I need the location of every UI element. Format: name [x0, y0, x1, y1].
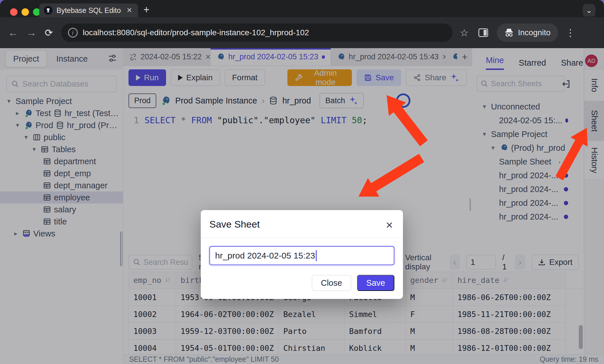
tree-project-node[interactable]: Sample Project — [0, 95, 123, 107]
rail-tab-sheet[interactable]: Sheet — [584, 101, 604, 141]
import-sheet-icon[interactable] — [561, 79, 571, 90]
sheet-group-prod-hr-prod[interactable]: (Prod) hr_prod — [472, 141, 584, 155]
admin-mode-button[interactable]: Admin mode — [287, 69, 352, 86]
address-bar[interactable]: i localhost:8080/sql-editor/prod-sample-… — [61, 24, 453, 42]
database-search-input[interactable] — [22, 79, 112, 89]
explain-button[interactable]: Explain — [171, 69, 220, 86]
export-button[interactable]: Export — [531, 255, 579, 270]
caret-right-icon[interactable] — [12, 230, 20, 237]
modal-save-button[interactable]: Save — [357, 275, 394, 291]
sheet-item[interactable]: hr_prod 2024-... — [472, 196, 584, 210]
tree-table-salary[interactable]: salary — [0, 203, 123, 216]
caret-down-icon[interactable] — [481, 103, 488, 110]
prev-page-button[interactable]: ‹ — [450, 255, 460, 270]
close-window-button[interactable] — [10, 8, 17, 16]
caret-down-icon[interactable] — [5, 97, 13, 105]
tab-project[interactable]: Project — [6, 51, 46, 67]
caret-down-icon[interactable] — [14, 122, 21, 129]
tree-table-dept-manager[interactable]: dept_manager — [0, 179, 123, 191]
rail-tab-info[interactable]: Info — [584, 69, 604, 101]
sheet-tab-2-active[interactable]: hr_prod 2024-02-05 15:23 — [211, 48, 331, 66]
panel-resize-handle[interactable] — [469, 198, 471, 211]
page-total: / 1 — [502, 253, 508, 271]
caret-down-icon[interactable] — [481, 130, 488, 138]
tree-table-title[interactable]: title — [0, 216, 123, 228]
side-panel-icon[interactable] — [478, 28, 488, 37]
table-row[interactable]: 100021964-06-02T00:00:00ZBezalelSimmelF1… — [129, 306, 584, 323]
column-header[interactable]: hire_date — [453, 272, 566, 289]
instance-name[interactable]: Prod Sample Instance — [175, 96, 257, 105]
results-search-input[interactable] — [143, 258, 188, 267]
caret-down-icon[interactable] — [489, 144, 497, 152]
minimize-window-button[interactable] — [22, 8, 29, 16]
sheet-group-sample-project[interactable]: Sample Project — [472, 127, 584, 141]
column-header[interactable]: emp_no — [129, 272, 176, 289]
sheet-item[interactable]: hr_prod 2024-... — [472, 210, 584, 224]
close-tab-icon[interactable]: ✕ — [442, 53, 446, 61]
tree-table-department[interactable]: department — [0, 155, 123, 167]
database-search[interactable] — [6, 76, 117, 92]
tab-share[interactable]: Share — [561, 58, 583, 68]
back-button[interactable]: ← — [8, 27, 18, 39]
sheet-tab-4[interactable]: hr_prod 2024-0 — [446, 48, 457, 66]
sheet-search[interactable] — [477, 76, 564, 92]
tree-table-dept-emp[interactable]: dept_emp — [0, 167, 123, 179]
more-menu-icon[interactable]: ··· — [558, 157, 569, 167]
filter-sliders-icon[interactable] — [108, 54, 117, 64]
tab-search-chevron-icon[interactable]: ⌄ — [583, 4, 595, 17]
tree-views-group[interactable]: Views — [0, 228, 123, 240]
caret-down-icon[interactable] — [30, 146, 38, 153]
format-button[interactable]: Format — [225, 69, 265, 86]
sheet-tab-3[interactable]: hr_prod 2024-02-05 15:43 ✕ — [331, 48, 446, 66]
modal-close-button[interactable]: Close — [312, 275, 351, 291]
site-info-icon[interactable]: i — [68, 28, 78, 38]
sort-icon[interactable] — [441, 276, 448, 285]
tree-tables-group[interactable]: Tables — [0, 143, 123, 155]
sheet-item[interactable]: 2024-02-05 15:... — [472, 113, 584, 127]
table-row[interactable]: 100031959-12-03T00:00:00ZPartoBamfordM19… — [129, 323, 584, 340]
sort-icon[interactable] — [164, 276, 171, 285]
batch-button[interactable]: Batch — [319, 93, 364, 108]
sheet-tab-1[interactable]: 2024-02-05 15:22 ✕ — [123, 48, 211, 66]
user-avatar[interactable]: AD — [585, 54, 598, 67]
share-button[interactable]: Share — [406, 69, 467, 86]
new-tab-button[interactable]: + — [143, 4, 149, 15]
sheet-group-unconnected[interactable]: Unconnected — [472, 100, 584, 113]
browser-menu-icon[interactable]: ⋮ — [566, 27, 576, 38]
sheet-item[interactable]: hr_prod 2024-... — [472, 182, 584, 196]
tree-db-hr-test[interactable]: Test hr_test (Test… — [0, 107, 123, 119]
tab-mine[interactable]: Mine — [486, 56, 504, 70]
caret-down-icon[interactable] — [22, 134, 30, 141]
tree-db-hr-prod[interactable]: Prod hr_prod (Pr… — [0, 119, 123, 131]
sheet-name-input[interactable]: hr_prod 2024-02-05 15:23 — [209, 246, 394, 265]
table-row[interactable]: 100041954-05-01T00:00:00ZChirstianKoblic… — [129, 340, 584, 355]
caret-right-icon[interactable] — [14, 109, 21, 117]
save-sheet-button[interactable]: Save — [356, 69, 401, 86]
new-sheet-tab-button[interactable]: + — [457, 48, 472, 66]
tree-schema-public[interactable]: public — [0, 131, 123, 143]
tab-starred[interactable]: Starred — [519, 58, 546, 68]
next-page-button[interactable]: › — [515, 255, 525, 270]
sheet-item-sample-sheet[interactable]: Sample Sheet··· — [472, 155, 584, 169]
database-name[interactable]: hr_prod — [282, 96, 311, 105]
reload-button[interactable]: ⟳ — [45, 27, 53, 38]
table-scrollbar[interactable] — [579, 325, 583, 349]
modal-close-icon[interactable]: ✕ — [385, 220, 393, 231]
run-button[interactable]: Run — [128, 69, 166, 86]
sheet-item[interactable]: hr_prod 2024-... — [472, 169, 584, 182]
bookmark-star-icon[interactable]: ☆ — [460, 27, 469, 38]
sheet-search-input[interactable] — [491, 79, 560, 88]
url-text[interactable]: localhost:8080/sql-editor/prod-sample-in… — [83, 28, 309, 37]
column-header[interactable]: gender — [406, 272, 453, 289]
results-search[interactable] — [128, 255, 192, 270]
sidebar-resize-handle[interactable] — [120, 232, 122, 266]
page-number-input[interactable] — [466, 255, 496, 270]
close-tab-icon[interactable]: ✕ — [125, 6, 133, 14]
forward-button[interactable]: → — [26, 27, 37, 39]
sort-icon[interactable] — [502, 276, 509, 285]
close-tab-icon[interactable]: ✕ — [205, 53, 211, 61]
browser-tab[interactable]: Bytebase SQL Editor ✕ — [39, 3, 138, 17]
rail-tab-history[interactable]: History — [584, 141, 604, 180]
tree-table-employee[interactable]: employee — [0, 191, 123, 203]
tab-instance[interactable]: Instance — [49, 51, 95, 67]
